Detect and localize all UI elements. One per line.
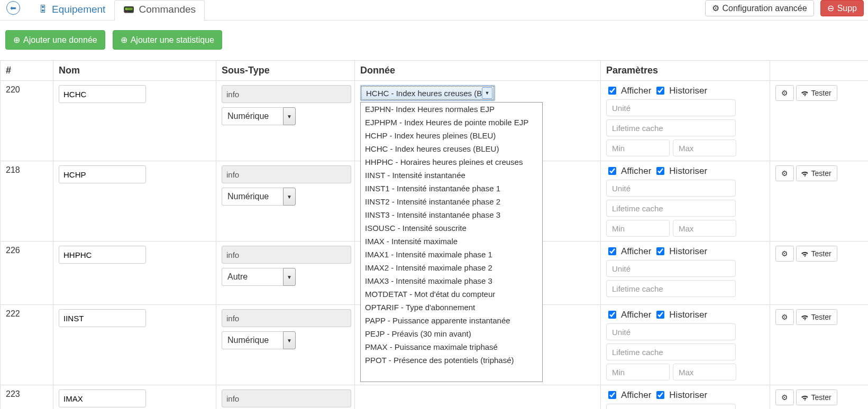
row-config-button[interactable]: ⚙ [775, 309, 794, 325]
unite-input[interactable] [606, 260, 736, 277]
dropdown-option[interactable]: OPTARIF - Type d'abonnement [361, 301, 542, 314]
historiser-checkbox[interactable] [656, 311, 664, 319]
tab-label: Commandes [139, 4, 196, 15]
lifetime-cache-input[interactable] [606, 343, 736, 360]
tab-commandes[interactable]: 📟 Commandes [114, 0, 205, 21]
subtype-select[interactable]: Numérique [222, 331, 283, 349]
dropdown-option[interactable]: EJPHN- Index Heures normales EJP [361, 103, 542, 116]
add-stat-button[interactable]: ⊕ Ajouter une statistique [113, 30, 222, 50]
dropdown-option[interactable]: IMAX1 - Intensité maximale phase 1 [361, 248, 542, 261]
cell-donnee [355, 385, 601, 410]
cell-parametres: AfficherHistoriser [601, 385, 770, 410]
row-config-button[interactable]: ⚙ [775, 246, 794, 262]
min-input[interactable] [606, 140, 670, 156]
historiser-checkbox[interactable] [656, 391, 664, 399]
unite-input[interactable] [606, 180, 736, 197]
tab-equipement[interactable]: 🎛 Equipement [30, 0, 114, 21]
nom-input[interactable] [59, 246, 146, 264]
lifetime-cache-input[interactable] [606, 119, 736, 136]
nom-input[interactable] [59, 165, 146, 183]
donnee-combo[interactable]: HCHC - Index heures creuses (B▼EJPHN- In… [360, 85, 495, 101]
cell-parametres: AfficherHistoriser [601, 305, 770, 385]
afficher-label: Afficher [621, 310, 651, 320]
chevron-down-icon[interactable]: ▼ [283, 331, 296, 349]
afficher-checkbox[interactable] [608, 391, 616, 399]
historiser-checkbox[interactable] [656, 247, 664, 255]
afficher-label: Afficher [621, 246, 651, 257]
max-input[interactable] [673, 140, 736, 156]
dropdown-option[interactable]: IINST2 - Intensité instantanée phase 2 [361, 195, 542, 208]
historiser-label: Historiser [669, 86, 707, 96]
cell-nom [53, 241, 216, 305]
historiser-checkbox[interactable] [656, 167, 664, 175]
config-avancee-button[interactable]: ⚙︎ Configuration avancée [705, 0, 814, 16]
min-input[interactable] [606, 364, 670, 380]
dropdown-option[interactable]: ISOUSC - Intensité souscrite [361, 221, 542, 235]
chevron-down-icon[interactable]: ▼ [283, 268, 296, 286]
lifetime-cache-input[interactable] [606, 280, 736, 297]
minus-circle-icon: ⊖ [827, 3, 834, 13]
dropdown-option[interactable]: IINST - Intensité instantanée [361, 169, 542, 182]
subtype-select[interactable]: Numérique [222, 107, 283, 125]
afficher-checkbox[interactable] [608, 311, 616, 319]
back-button[interactable]: ⬅ [6, 1, 20, 15]
row-config-button[interactable]: ⚙ [775, 85, 794, 101]
list-icon: 📟 [123, 4, 134, 15]
subtype-select[interactable]: Autre [222, 268, 283, 286]
nom-input[interactable] [59, 309, 146, 327]
dropdown-option[interactable]: IMAX - Intensité maximale [361, 235, 542, 248]
cell-id: 226 [1, 241, 53, 305]
cogs-icon: ⚙ [781, 169, 788, 178]
subtype-select[interactable]: Numérique [222, 188, 283, 206]
tester-button[interactable]: Tester [796, 389, 837, 405]
button-label: Tester [811, 393, 831, 402]
afficher-checkbox[interactable] [608, 167, 616, 175]
afficher-checkbox[interactable] [608, 87, 616, 95]
dropdown-option[interactable]: EJPHPM - Index Heures de pointe mobile E… [361, 116, 542, 129]
dropdown-option[interactable]: HCHC - Index heures creuses (BLEU) [361, 142, 542, 155]
historiser-checkbox[interactable] [656, 87, 664, 95]
max-input[interactable] [673, 364, 736, 380]
dropdown-option[interactable]: IMAX3 - Intensité maximale phase 3 [361, 274, 542, 287]
max-input[interactable] [673, 220, 736, 237]
dropdown-option[interactable]: PAPP - Puissance apparente instantanée [361, 314, 542, 327]
dropdown-option[interactable]: HCHP - Index heures pleines (BLEU) [361, 129, 542, 142]
tester-button[interactable]: Tester [796, 85, 837, 101]
tester-button[interactable]: Tester [796, 165, 837, 181]
cell-actions: ⚙ Tester [770, 241, 869, 305]
dropdown-option[interactable]: PEJP - Préavis (30 min avant) [361, 327, 542, 340]
dropdown-option[interactable]: IINST3 - Intensité instantanée phase 3 [361, 208, 542, 221]
dropdown-option[interactable]: HHPHC - Horaires heures pleines et creus… [361, 155, 542, 169]
lifetime-cache-input[interactable] [606, 200, 736, 217]
donnee-dropdown-list[interactable]: EJPHN- Index Heures normales EJPEJPHPM -… [360, 102, 543, 382]
tester-button[interactable]: Tester [796, 309, 837, 325]
table-row: 223infoAfficherHistoriser⚙ Tester [1, 385, 869, 410]
supprimer-button[interactable]: ⊖ Supp [820, 0, 864, 16]
cell-actions: ⚙ Tester [770, 385, 869, 410]
button-label: Tester [811, 249, 831, 258]
type-readonly: info [222, 85, 351, 103]
unite-input[interactable] [606, 404, 736, 409]
tester-button[interactable]: Tester [796, 246, 837, 262]
dropdown-option[interactable]: IINST1 - Intensité instantanée phase 1 [361, 182, 542, 195]
unite-input[interactable] [606, 323, 736, 340]
min-input[interactable] [606, 220, 670, 237]
cell-nom [53, 385, 216, 410]
add-data-button[interactable]: ⊕ Ajouter une donnée [5, 30, 105, 50]
chevron-down-icon[interactable]: ▼ [283, 188, 296, 206]
rss-icon [800, 88, 811, 98]
dropdown-option[interactable]: IMAX2 - Intensité maximale phase 2 [361, 261, 542, 274]
afficher-checkbox[interactable] [608, 247, 616, 255]
row-config-button[interactable]: ⚙ [775, 165, 794, 181]
dropdown-option[interactable]: PMAX - Puissance maximale triphasé [361, 340, 542, 354]
nom-input[interactable] [59, 85, 146, 103]
dropdown-option[interactable]: MOTDETAT - Mot d'état du compteur [361, 287, 542, 301]
dropdown-option[interactable]: PPOT - Présence des potentiels (triphasé… [361, 354, 542, 367]
action-bar: ⊕ Ajouter une donnée ⊕ Ajouter une stati… [0, 21, 868, 60]
historiser-label: Historiser [669, 246, 707, 257]
row-config-button[interactable]: ⚙ [775, 389, 794, 405]
chevron-down-icon[interactable]: ▼ [283, 107, 296, 125]
unite-input[interactable] [606, 99, 736, 116]
nom-input[interactable] [59, 389, 146, 407]
chevron-down-icon[interactable]: ▼ [482, 87, 492, 99]
